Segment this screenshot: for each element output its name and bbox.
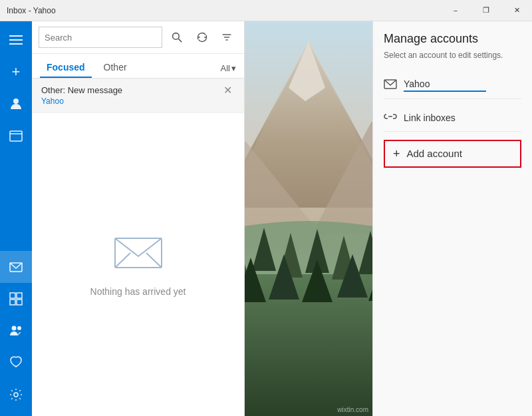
svg-point-13 <box>14 393 18 397</box>
watermark: wixtin.com <box>337 406 368 413</box>
add-account-item[interactable]: + Add account <box>384 140 521 168</box>
svg-point-11 <box>12 326 17 331</box>
mail-panel: Focused Other All ▾ Other: New message Y… <box>32 21 245 416</box>
app-container: + <box>0 21 532 416</box>
person-icon[interactable] <box>0 88 32 120</box>
empty-state-text: Nothing has arrived yet <box>90 286 186 297</box>
filter-list-button[interactable] <box>216 27 237 48</box>
calendar-icon[interactable] <box>0 120 32 152</box>
svg-line-21 <box>146 253 162 268</box>
heart-nav-icon[interactable] <box>0 347 32 379</box>
mail-account-icon <box>384 77 397 93</box>
add-account-label: Add account <box>407 148 462 159</box>
hamburger-menu-icon[interactable] <box>0 24 32 56</box>
accounts-panel-subtitle: Select an account to edit settings. <box>384 50 521 61</box>
settings-nav-icon[interactable] <box>0 379 32 411</box>
sync-button[interactable] <box>192 27 213 48</box>
account-name-wrap: Yahoo <box>404 79 521 92</box>
tab-focused[interactable]: Focused <box>40 58 92 78</box>
empty-envelope-icon <box>112 233 165 276</box>
mail-list-item[interactable]: Other: New message Yahoo ✕ <box>32 79 244 113</box>
svg-line-15 <box>178 39 182 42</box>
svg-rect-19 <box>115 238 162 268</box>
search-input[interactable] <box>39 27 162 48</box>
people-nav-icon[interactable] <box>0 315 32 347</box>
filter-all-button[interactable]: All ▾ <box>221 63 236 73</box>
compose-icon[interactable]: + <box>0 56 32 88</box>
svg-point-3 <box>13 99 19 104</box>
svg-point-12 <box>17 326 21 330</box>
svg-rect-0 <box>9 35 23 37</box>
close-button[interactable]: ✕ <box>501 0 532 21</box>
tab-bar: Focused Other All ▾ <box>32 54 244 79</box>
svg-rect-7 <box>10 293 15 298</box>
svg-rect-10 <box>17 300 22 305</box>
titlebar: Inbox - Yahoo − ❐ ✕ <box>0 0 532 21</box>
dismiss-mail-button[interactable]: ✕ <box>221 85 235 96</box>
link-inboxes-icon <box>384 110 397 126</box>
search-button[interactable] <box>166 27 188 48</box>
accounts-panel-title: Manage accounts <box>384 32 521 46</box>
content-area: wixtin.com <box>245 21 372 416</box>
maximize-button[interactable]: ❐ <box>471 0 501 21</box>
mail-nav-icon[interactable] <box>0 251 32 283</box>
nav-sidebar: + <box>0 21 32 416</box>
grid-nav-icon[interactable] <box>0 283 32 315</box>
svg-rect-1 <box>9 39 23 41</box>
window-controls: − ❐ ✕ <box>440 0 532 21</box>
svg-rect-2 <box>9 43 23 45</box>
svg-rect-4 <box>10 131 22 141</box>
svg-line-20 <box>115 253 130 268</box>
window-title: Inbox - Yahoo <box>7 6 56 15</box>
tab-other[interactable]: Other <box>97 58 134 78</box>
mail-item-content: Other: New message Yahoo <box>41 85 221 106</box>
add-account-plus-icon: + <box>393 148 400 160</box>
svg-point-14 <box>172 33 179 40</box>
minimize-button[interactable]: − <box>440 0 471 21</box>
yahoo-account-item[interactable]: Yahoo <box>384 72 521 99</box>
empty-state: Nothing has arrived yet <box>32 113 244 416</box>
link-inboxes-item[interactable]: Link inboxes <box>384 104 521 132</box>
svg-rect-8 <box>17 293 22 298</box>
mail-sender: Yahoo <box>41 97 221 106</box>
mail-subject: Other: New message <box>41 85 221 95</box>
link-inboxes-label: Link inboxes <box>404 112 456 123</box>
search-bar <box>32 21 244 54</box>
svg-rect-9 <box>10 300 15 305</box>
yahoo-account-name: Yahoo <box>404 79 521 89</box>
account-highlight-bar <box>404 91 486 92</box>
accounts-panel: Manage accounts Select an account to edi… <box>372 21 532 416</box>
